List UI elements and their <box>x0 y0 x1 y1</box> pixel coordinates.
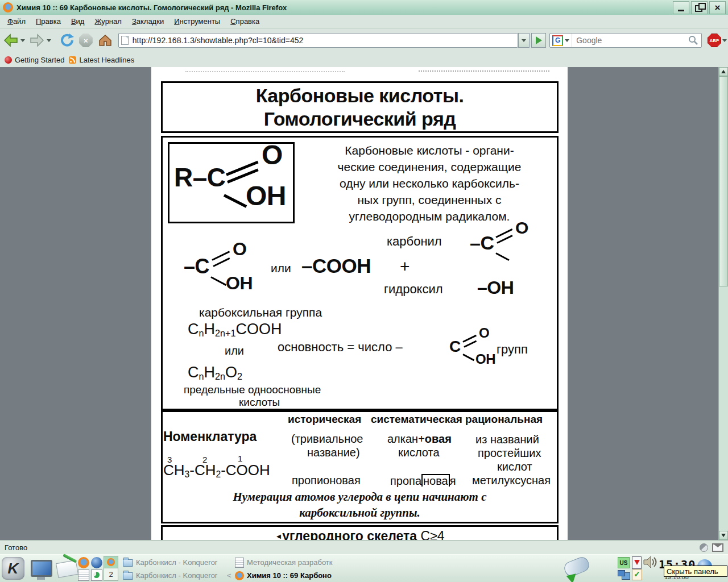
bookmark-icon <box>5 56 12 64</box>
scrollbar-thumb[interactable] <box>719 76 728 286</box>
adblock-label: ABP <box>710 38 719 43</box>
table-title-box: Карбоновые кислоты. Гомологический ряд <box>161 81 559 133</box>
carbon-skeleton-line: ◄углеродного скелета C≥4 <box>161 529 559 540</box>
url-dropdown-button[interactable] <box>518 33 530 48</box>
go-button[interactable] <box>531 33 546 48</box>
pager-desktop-2[interactable]: 2 <box>104 568 118 580</box>
hide-panel-tooltip: Скрыть панель <box>664 566 727 577</box>
or-label: или <box>271 261 291 275</box>
network-monitor-icon[interactable] <box>618 570 625 576</box>
scroll-down-button[interactable] <box>719 531 728 540</box>
definition-line: ных групп, соединенных с <box>298 192 561 208</box>
bookmark-latest-headlines[interactable]: Latest Headlines <box>69 56 134 64</box>
menu-bookmarks[interactable]: Закладки <box>127 15 169 27</box>
formula-sub: n <box>199 371 204 381</box>
klipper-icon[interactable] <box>632 556 642 569</box>
single-bond <box>210 276 226 286</box>
restore-button[interactable] <box>691 1 708 14</box>
mail-icon[interactable] <box>712 543 723 552</box>
show-desktop-button[interactable] <box>31 560 52 577</box>
minimize-button[interactable] <box>673 1 689 14</box>
menu-help[interactable]: Справка <box>225 15 264 27</box>
definition-line: Карбоновые кислоты - органи- <box>298 142 561 159</box>
chevron-down-icon <box>20 39 25 42</box>
url-input[interactable] <box>131 35 515 45</box>
forward-button[interactable] <box>28 32 46 49</box>
quicklaunch-thunderbird-icon[interactable] <box>91 557 102 568</box>
search-input[interactable] <box>575 35 688 45</box>
tooltip-text: Скрыть панель <box>667 567 718 576</box>
menu-file[interactable]: Файл <box>2 15 31 27</box>
formula-o: O <box>479 325 489 341</box>
quicklaunch-document-icon[interactable] <box>78 569 89 581</box>
formula-part: H <box>204 364 216 381</box>
nomenclature-title: Номенклатура <box>163 429 257 444</box>
formula-sub: n <box>199 328 204 338</box>
triangle-left-icon: ◄ <box>275 532 282 540</box>
menu-edit[interactable]: Правка <box>31 15 66 27</box>
tasks-check-icon[interactable]: ✓ <box>632 569 642 580</box>
menu-view[interactable]: Вид <box>66 15 90 27</box>
ovaya-part: овая <box>425 433 452 445</box>
nomenclature-header-1: историческая <box>288 413 361 426</box>
bookmark-label: Latest Headlines <box>79 56 134 64</box>
task-firefox-active[interactable]: Химия 10 :: 69 Карбоно <box>235 569 342 581</box>
carbonyl-structure: –C O <box>470 222 538 267</box>
formula-o: O <box>515 218 528 238</box>
single-bond <box>462 354 474 361</box>
adblock-icon[interactable]: ABP <box>708 34 721 47</box>
menu-history[interactable]: Журнал <box>89 15 126 27</box>
document-icon <box>235 558 244 568</box>
volume-icon[interactable] <box>643 555 657 569</box>
menu-tools[interactable]: Инструменты <box>169 15 225 27</box>
scan-artifact <box>419 70 549 72</box>
task-konqueror-1[interactable]: Карбонкисл - Konqueror <box>123 556 230 568</box>
url-bar[interactable] <box>118 33 518 48</box>
close-icon: × <box>715 3 721 13</box>
back-button[interactable] <box>2 32 19 49</box>
chevron-down-icon <box>522 39 526 42</box>
search-engine-selector[interactable]: G <box>550 34 572 47</box>
task-methodical-doc[interactable]: Методическая разработк <box>235 556 342 568</box>
cooh-formula: –COOH <box>301 255 371 277</box>
reload-button[interactable] <box>58 32 75 49</box>
taskbar-scroll-left[interactable]: < <box>227 571 231 580</box>
scroll-up-button[interactable] <box>719 67 728 76</box>
tray-download-icon[interactable] <box>562 555 592 579</box>
notes-app-icon[interactable] <box>56 560 78 578</box>
back-dropdown[interactable] <box>19 32 26 49</box>
carbon-condition: C≥4 <box>421 529 445 540</box>
scan-artifact <box>185 71 345 72</box>
formula-part: -CH <box>189 462 216 479</box>
formula-part: O <box>225 364 237 381</box>
close-button[interactable]: × <box>709 1 726 14</box>
vertical-scrollbar[interactable] <box>718 67 728 540</box>
statusbar-extension-icon[interactable] <box>700 543 708 552</box>
task-konqueror-2[interactable]: Карбонкисл - Konqueror <box>123 569 225 581</box>
triangle-up-icon <box>721 70 726 73</box>
single-bond <box>224 194 247 207</box>
name-rational: метилуксусная <box>472 474 551 487</box>
bookmark-getting-started[interactable]: Getting Started <box>5 56 64 64</box>
kde-menu-button[interactable]: K <box>2 557 24 580</box>
browser-viewport: Карбоновые кислоты. Гомологический ряд R… <box>0 67 728 540</box>
reload-icon <box>59 33 74 48</box>
quicklaunch-firefox-icon[interactable] <box>78 557 89 568</box>
search-box[interactable]: G <box>549 33 702 48</box>
keyboard-layout-indicator[interactable]: US <box>618 557 630 568</box>
pager-desktop-1[interactable] <box>104 556 118 568</box>
search-icon[interactable] <box>688 35 699 46</box>
numbering-note: Нумерация атомов углерода в цепи начинаю… <box>161 489 559 521</box>
basicity-text: основность = число – <box>278 340 403 355</box>
name-part: я <box>450 475 456 487</box>
formula-cnh2n1cooh: CnH2n+1COOH <box>188 321 282 339</box>
stop-button[interactable]: × <box>77 32 94 49</box>
adblock-dropdown[interactable] <box>721 32 728 49</box>
home-button[interactable] <box>97 32 114 49</box>
quicklaunch-chart-icon[interactable] <box>91 569 102 581</box>
forward-dropdown[interactable] <box>46 32 52 49</box>
navigation-toolbar: × G ABP <box>0 28 728 53</box>
window-titlebar[interactable]: Химия 10 :: 69 Карбоновые кислоты. Гомол… <box>0 0 728 15</box>
folder-icon <box>123 559 133 567</box>
table-title-line2: Гомологический ряд <box>163 107 557 131</box>
